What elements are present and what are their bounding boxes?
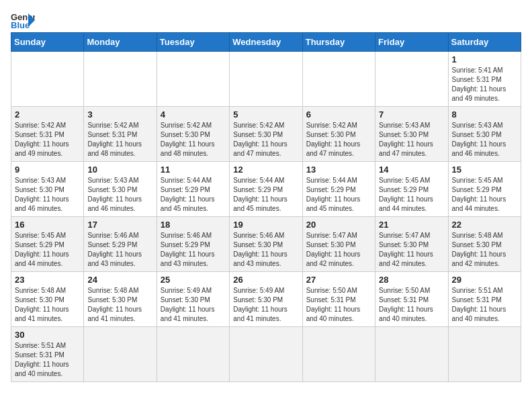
calendar-cell: 16Sunrise: 5:45 AM Sunset: 5:29 PM Dayli… — [11, 217, 84, 272]
calendar-cell: 29Sunrise: 5:51 AM Sunset: 5:31 PM Dayli… — [448, 272, 521, 327]
day-info: Sunrise: 5:46 AM Sunset: 5:30 PM Dayligh… — [233, 231, 298, 269]
calendar-cell: 17Sunrise: 5:46 AM Sunset: 5:29 PM Dayli… — [84, 217, 157, 272]
day-info: Sunrise: 5:47 AM Sunset: 5:30 PM Dayligh… — [306, 231, 371, 269]
day-number: 14 — [379, 165, 444, 175]
day-number: 3 — [87, 109, 152, 120]
calendar-cell: 3Sunrise: 5:42 AM Sunset: 5:31 PM Daylig… — [84, 107, 157, 162]
calendar-cell: 7Sunrise: 5:43 AM Sunset: 5:30 PM Daylig… — [375, 107, 448, 162]
day-number: 28 — [379, 275, 444, 285]
day-info: Sunrise: 5:48 AM Sunset: 5:30 PM Dayligh… — [452, 231, 517, 269]
calendar-week-row: 30Sunrise: 5:51 AM Sunset: 5:31 PM Dayli… — [11, 327, 521, 382]
calendar-cell — [230, 327, 302, 382]
calendar-body: 1Sunrise: 5:41 AM Sunset: 5:31 PM Daylig… — [11, 52, 521, 382]
day-info: Sunrise: 5:42 AM Sunset: 5:31 PM Dayligh… — [87, 121, 152, 158]
day-number: 30 — [15, 330, 80, 340]
day-info: Sunrise: 5:43 AM Sunset: 5:30 PM Dayligh… — [379, 121, 444, 158]
calendar-week-row: 1Sunrise: 5:41 AM Sunset: 5:31 PM Daylig… — [11, 52, 521, 107]
day-info: Sunrise: 5:49 AM Sunset: 5:30 PM Dayligh… — [161, 286, 226, 324]
day-info: Sunrise: 5:47 AM Sunset: 5:30 PM Dayligh… — [379, 231, 444, 269]
calendar-cell — [375, 327, 448, 382]
day-number: 25 — [161, 275, 226, 285]
calendar-cell: 18Sunrise: 5:46 AM Sunset: 5:29 PM Dayli… — [157, 217, 229, 272]
calendar-cell: 13Sunrise: 5:44 AM Sunset: 5:29 PM Dayli… — [302, 162, 375, 217]
day-info: Sunrise: 5:50 AM Sunset: 5:31 PM Dayligh… — [379, 286, 444, 324]
day-number: 6 — [306, 109, 371, 120]
calendar-cell: 5Sunrise: 5:42 AM Sunset: 5:30 PM Daylig… — [230, 107, 302, 162]
day-info: Sunrise: 5:46 AM Sunset: 5:29 PM Dayligh… — [87, 231, 152, 269]
day-number: 22 — [452, 220, 517, 230]
day-number: 10 — [87, 165, 152, 175]
calendar-header: SundayMondayTuesdayWednesdayThursdayFrid… — [11, 33, 521, 52]
day-number: 1 — [452, 54, 517, 64]
calendar-week-row: 16Sunrise: 5:45 AM Sunset: 5:29 PM Dayli… — [11, 217, 521, 272]
day-number: 23 — [15, 275, 80, 285]
day-number: 4 — [161, 109, 226, 120]
page-header: General Blue — [11, 11, 521, 30]
day-number: 26 — [233, 275, 298, 285]
weekday-header-tuesday: Tuesday — [157, 33, 229, 52]
day-number: 2 — [15, 109, 80, 120]
weekday-header-friday: Friday — [375, 33, 448, 52]
day-info: Sunrise: 5:49 AM Sunset: 5:30 PM Dayligh… — [233, 286, 298, 324]
day-info: Sunrise: 5:48 AM Sunset: 5:30 PM Dayligh… — [15, 286, 80, 324]
calendar-week-row: 9Sunrise: 5:43 AM Sunset: 5:30 PM Daylig… — [11, 162, 521, 217]
day-number: 24 — [87, 275, 152, 285]
calendar-cell: 27Sunrise: 5:50 AM Sunset: 5:31 PM Dayli… — [302, 272, 375, 327]
calendar-cell: 30Sunrise: 5:51 AM Sunset: 5:31 PM Dayli… — [11, 327, 84, 382]
day-info: Sunrise: 5:45 AM Sunset: 5:29 PM Dayligh… — [379, 176, 444, 214]
calendar-cell: 21Sunrise: 5:47 AM Sunset: 5:30 PM Dayli… — [375, 217, 448, 272]
calendar-cell — [448, 327, 521, 382]
day-info: Sunrise: 5:51 AM Sunset: 5:31 PM Dayligh… — [15, 341, 80, 379]
calendar-cell: 15Sunrise: 5:45 AM Sunset: 5:29 PM Dayli… — [448, 162, 521, 217]
day-number: 27 — [306, 275, 371, 285]
calendar-cell: 14Sunrise: 5:45 AM Sunset: 5:29 PM Dayli… — [375, 162, 448, 217]
calendar-cell: 20Sunrise: 5:47 AM Sunset: 5:30 PM Dayli… — [302, 217, 375, 272]
calendar-table: SundayMondayTuesdayWednesdayThursdayFrid… — [11, 32, 521, 382]
weekday-header-thursday: Thursday — [302, 33, 375, 52]
calendar-cell — [84, 327, 157, 382]
day-info: Sunrise: 5:42 AM Sunset: 5:30 PM Dayligh… — [233, 121, 298, 158]
calendar-cell: 9Sunrise: 5:43 AM Sunset: 5:30 PM Daylig… — [11, 162, 84, 217]
day-number: 12 — [233, 165, 298, 175]
day-info: Sunrise: 5:46 AM Sunset: 5:29 PM Dayligh… — [161, 231, 226, 269]
calendar-cell: 22Sunrise: 5:48 AM Sunset: 5:30 PM Dayli… — [448, 217, 521, 272]
calendar-cell — [157, 52, 229, 107]
day-info: Sunrise: 5:42 AM Sunset: 5:30 PM Dayligh… — [306, 121, 371, 158]
day-number: 17 — [87, 220, 152, 230]
day-number: 5 — [233, 109, 298, 120]
calendar-cell — [11, 52, 84, 107]
day-number: 11 — [161, 165, 226, 175]
calendar-cell — [157, 327, 229, 382]
day-number: 29 — [452, 275, 517, 285]
day-info: Sunrise: 5:42 AM Sunset: 5:31 PM Dayligh… — [15, 121, 80, 158]
day-info: Sunrise: 5:43 AM Sunset: 5:30 PM Dayligh… — [452, 121, 517, 158]
day-info: Sunrise: 5:48 AM Sunset: 5:30 PM Dayligh… — [87, 286, 152, 324]
day-info: Sunrise: 5:44 AM Sunset: 5:29 PM Dayligh… — [233, 176, 298, 214]
calendar-cell: 6Sunrise: 5:42 AM Sunset: 5:30 PM Daylig… — [302, 107, 375, 162]
calendar-cell: 2Sunrise: 5:42 AM Sunset: 5:31 PM Daylig… — [11, 107, 84, 162]
calendar-cell — [302, 327, 375, 382]
calendar-cell: 25Sunrise: 5:49 AM Sunset: 5:30 PM Dayli… — [157, 272, 229, 327]
day-info: Sunrise: 5:44 AM Sunset: 5:29 PM Dayligh… — [161, 176, 226, 214]
day-number: 13 — [306, 165, 371, 175]
day-number: 19 — [233, 220, 298, 230]
calendar-cell: 23Sunrise: 5:48 AM Sunset: 5:30 PM Dayli… — [11, 272, 84, 327]
day-number: 9 — [15, 165, 80, 175]
calendar-cell: 4Sunrise: 5:42 AM Sunset: 5:30 PM Daylig… — [157, 107, 229, 162]
day-info: Sunrise: 5:44 AM Sunset: 5:29 PM Dayligh… — [306, 176, 371, 214]
logo: General Blue — [11, 11, 35, 30]
calendar-cell — [84, 52, 157, 107]
day-info: Sunrise: 5:45 AM Sunset: 5:29 PM Dayligh… — [15, 231, 80, 269]
calendar-cell: 26Sunrise: 5:49 AM Sunset: 5:30 PM Dayli… — [230, 272, 302, 327]
calendar-cell: 19Sunrise: 5:46 AM Sunset: 5:30 PM Dayli… — [230, 217, 302, 272]
day-number: 16 — [15, 220, 80, 230]
day-info: Sunrise: 5:50 AM Sunset: 5:31 PM Dayligh… — [306, 286, 371, 324]
calendar-week-row: 23Sunrise: 5:48 AM Sunset: 5:30 PM Dayli… — [11, 272, 521, 327]
calendar-cell — [302, 52, 375, 107]
weekday-header-saturday: Saturday — [448, 33, 521, 52]
calendar-cell: 11Sunrise: 5:44 AM Sunset: 5:29 PM Dayli… — [157, 162, 229, 217]
day-info: Sunrise: 5:45 AM Sunset: 5:29 PM Dayligh… — [452, 176, 517, 214]
day-number: 15 — [452, 165, 517, 175]
calendar-cell: 28Sunrise: 5:50 AM Sunset: 5:31 PM Dayli… — [375, 272, 448, 327]
weekday-header-wednesday: Wednesday — [230, 33, 302, 52]
